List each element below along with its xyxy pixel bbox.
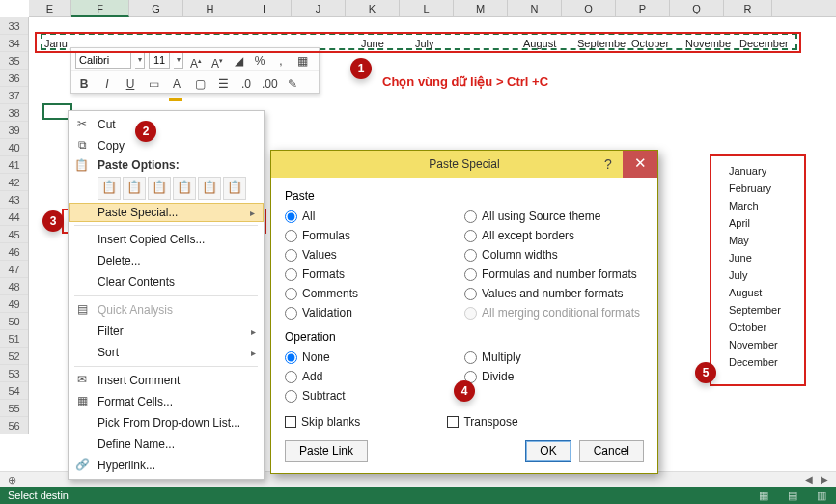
- radio-subtract[interactable]: Subtract: [285, 386, 464, 406]
- decrease-font-icon[interactable]: A▾: [209, 51, 226, 69]
- row-header-55[interactable]: 55: [0, 400, 28, 417]
- decimal-dec-icon[interactable]: .0: [237, 74, 255, 92]
- borders-icon[interactable]: ▦: [293, 51, 311, 69]
- scroll-left-icon[interactable]: ◀: [801, 472, 817, 488]
- month-cell[interactable]: February: [726, 180, 800, 197]
- menu-item-format-cells[interactable]: ▦Format Cells...: [69, 391, 264, 412]
- menu-item-cut[interactable]: ✂Cut: [69, 114, 264, 135]
- radio-all[interactable]: All: [285, 207, 464, 226]
- row34-cell-o[interactable]: Septembe: [575, 35, 629, 48]
- row34-cell-m[interactable]: [467, 35, 521, 48]
- paste-option-all[interactable]: [98, 177, 121, 200]
- dialog-help-button[interactable]: ?: [594, 151, 623, 178]
- row34-cell-j[interactable]: [305, 35, 359, 48]
- month-cell[interactable]: December: [726, 353, 800, 371]
- radio-values-num[interactable]: Values and number formats: [464, 284, 644, 303]
- font-name-dropdown-icon[interactable]: ▾: [135, 51, 145, 69]
- radio-all-except-borders[interactable]: All except borders: [464, 226, 644, 245]
- scroll-right-icon[interactable]: ▶: [817, 472, 832, 488]
- view-normal-icon[interactable]: ▦: [749, 487, 778, 504]
- month-cell[interactable]: October: [726, 319, 800, 336]
- row-header-35[interactable]: 35: [0, 52, 28, 70]
- comma-icon[interactable]: ,: [272, 51, 290, 69]
- paste-option-formatting[interactable]: [198, 177, 221, 200]
- format-painter-icon[interactable]: ✎: [284, 74, 301, 92]
- column-header-f[interactable]: F: [71, 0, 129, 17]
- radio-add[interactable]: Add: [285, 367, 464, 386]
- column-header-q[interactable]: Q: [670, 0, 724, 17]
- sheet-expand-icon[interactable]: ⊕: [4, 472, 19, 488]
- menu-item-clear[interactable]: Clear Contents: [69, 271, 264, 293]
- column-header-o[interactable]: O: [562, 0, 616, 17]
- month-cell[interactable]: November: [726, 336, 800, 353]
- row-header-53[interactable]: 53: [0, 365, 28, 382]
- paste-link-button[interactable]: Paste Link: [285, 440, 368, 462]
- row-header-38[interactable]: 38: [0, 104, 28, 122]
- menu-item-define-name[interactable]: Define Name...: [69, 434, 264, 455]
- radio-none[interactable]: None: [285, 348, 464, 367]
- row34-cell-q[interactable]: Novembe: [683, 35, 738, 48]
- radio-divide[interactable]: Divide: [464, 367, 644, 386]
- row-header-43[interactable]: 43: [0, 191, 28, 209]
- menu-item-sort[interactable]: Sort▸: [69, 342, 264, 363]
- paste-option-values[interactable]: [123, 177, 146, 200]
- ok-button[interactable]: OK: [525, 440, 571, 462]
- row34-cell-h[interactable]: [197, 35, 251, 48]
- menu-item-copy[interactable]: ⧉Copy: [69, 135, 264, 156]
- row-header-39[interactable]: 39: [0, 122, 28, 139]
- paste-option-transpose[interactable]: [173, 177, 196, 200]
- column-header-g[interactable]: G: [129, 0, 183, 17]
- column-header-n[interactable]: N: [508, 0, 562, 17]
- radio-formulas[interactable]: Formulas: [285, 226, 464, 245]
- row-header-36[interactable]: 36: [0, 70, 28, 87]
- month-cell[interactable]: July: [726, 266, 800, 284]
- italic-button[interactable]: I: [98, 74, 116, 92]
- row34-cell-g[interactable]: [143, 35, 197, 48]
- column-header-r[interactable]: R: [724, 0, 772, 17]
- month-cell[interactable]: June: [726, 249, 800, 266]
- decimal-inc-icon[interactable]: .00: [261, 74, 278, 92]
- row-header-56[interactable]: 56: [0, 417, 28, 434]
- month-cell[interactable]: April: [726, 214, 800, 232]
- row-header-51[interactable]: 51: [0, 330, 28, 348]
- row34-cell-r[interactable]: December: [738, 35, 786, 48]
- paste-option-link[interactable]: [223, 177, 246, 200]
- font-size-dropdown-icon[interactable]: ▾: [174, 51, 183, 69]
- merge-icon[interactable]: ☰: [214, 74, 232, 92]
- row34-cell-e[interactable]: Janu: [42, 35, 85, 48]
- column-header-m[interactable]: M: [454, 0, 508, 17]
- row34-cell-f[interactable]: [85, 35, 143, 48]
- row-header-34[interactable]: 34: [0, 35, 28, 52]
- row-header-41[interactable]: 41: [0, 156, 28, 174]
- column-header-j[interactable]: J: [292, 0, 346, 17]
- column-header-h[interactable]: H: [183, 0, 237, 17]
- cancel-button[interactable]: Cancel: [579, 440, 644, 462]
- underline-button[interactable]: U: [122, 74, 139, 92]
- row34-cell-i[interactable]: [251, 35, 305, 48]
- menu-item-insert-comment[interactable]: ✉Insert Comment: [69, 370, 264, 391]
- row-header-45[interactable]: 45: [0, 226, 28, 243]
- dialog-titlebar[interactable]: Paste Special ? ✕: [271, 151, 657, 178]
- column-header-p[interactable]: P: [616, 0, 670, 17]
- row-header-47[interactable]: 47: [0, 261, 28, 278]
- row34-cell-n[interactable]: August: [521, 35, 575, 48]
- column-header-l[interactable]: L: [400, 0, 454, 17]
- row-header-48[interactable]: 48: [0, 278, 28, 295]
- row-header-44[interactable]: 44: [0, 209, 28, 226]
- column-header-e[interactable]: E: [29, 0, 71, 17]
- radio-all-theme[interactable]: All using Source theme: [464, 207, 644, 226]
- menu-item-delete[interactable]: Delete...: [69, 250, 264, 271]
- checkbox-transpose[interactable]: Transpose: [447, 415, 517, 429]
- radio-formulas-num[interactable]: Formulas and number formats: [464, 265, 644, 284]
- row-header-33[interactable]: 33: [0, 17, 28, 35]
- checkbox-skip-blanks[interactable]: Skip blanks: [285, 415, 360, 429]
- menu-item-insert-cells[interactable]: Insert Copied Cells...: [69, 229, 264, 250]
- radio-comments[interactable]: Comments: [285, 284, 464, 303]
- month-cell[interactable]: May: [726, 232, 800, 249]
- row-header-52[interactable]: 52: [0, 348, 28, 365]
- view-pagebreak-icon[interactable]: ▥: [807, 487, 836, 504]
- radio-validation[interactable]: Validation: [285, 303, 464, 322]
- row-header-42[interactable]: 42: [0, 174, 28, 191]
- bold-button[interactable]: B: [75, 74, 93, 92]
- radio-multiply[interactable]: Multiply: [464, 348, 644, 367]
